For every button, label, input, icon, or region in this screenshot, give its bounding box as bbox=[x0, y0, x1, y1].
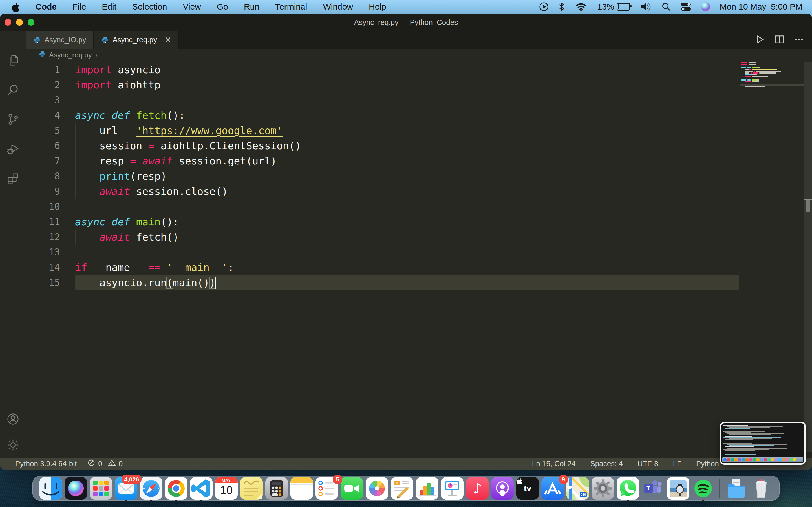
more-actions-icon[interactable] bbox=[794, 34, 805, 46]
tab-async-req-py[interactable]: Async_req.py✕ bbox=[94, 31, 179, 49]
menu-item-file[interactable]: File bbox=[72, 2, 86, 11]
code-line-14: 14if __name__ == '__main__': bbox=[26, 260, 812, 275]
dock-chrome-icon[interactable] bbox=[165, 477, 188, 500]
menu-item-terminal[interactable]: Terminal bbox=[275, 2, 307, 11]
bluetooth-icon[interactable] bbox=[558, 1, 565, 12]
desktop-wallpaper: CodeFileEditSelectionViewGoRunTerminalWi… bbox=[0, 0, 812, 507]
dock-whatsapp-icon[interactable] bbox=[617, 477, 639, 500]
volume-icon[interactable] bbox=[640, 2, 652, 12]
status-lf[interactable]: LF bbox=[673, 459, 681, 468]
window-titlebar[interactable]: Async_req.py — Python_Codes bbox=[0, 13, 812, 31]
line-number: 2 bbox=[26, 77, 75, 93]
apple-menu-icon[interactable] bbox=[11, 2, 20, 12]
zoom-window-button[interactable] bbox=[28, 19, 35, 25]
dock-siri-icon[interactable] bbox=[64, 477, 87, 500]
dock-preview-icon[interactable] bbox=[667, 477, 689, 500]
dock-safari-icon[interactable] bbox=[140, 477, 162, 500]
problems-status[interactable]: 0 0 bbox=[87, 459, 123, 469]
menu-item-run[interactable]: Run bbox=[244, 2, 259, 11]
menu-item-go[interactable]: Go bbox=[217, 2, 228, 11]
close-tab-icon[interactable]: ✕ bbox=[165, 36, 171, 44]
run-file-icon[interactable] bbox=[754, 34, 765, 46]
status-ln-15-col-24[interactable]: Ln 15, Col 24 bbox=[532, 459, 576, 468]
menu-item-selection[interactable]: Selection bbox=[132, 2, 167, 11]
menu-bar-clock[interactable]: Mon 10 May 5:00 PM bbox=[720, 2, 802, 11]
dock-music-icon[interactable]: ♪ bbox=[466, 477, 489, 500]
dock-keynote-icon[interactable] bbox=[441, 477, 463, 500]
breadcrumb-more[interactable]: ... bbox=[101, 51, 107, 59]
control-center-icon[interactable] bbox=[680, 2, 692, 12]
dock-notes-icon[interactable] bbox=[290, 477, 313, 500]
minimap[interactable] bbox=[740, 61, 777, 458]
dock-photos-icon[interactable] bbox=[366, 477, 388, 500]
code-editor[interactable]: 1import asyncio2import aiohttp34async de… bbox=[26, 61, 812, 458]
battery-indicator[interactable]: 13% bbox=[597, 2, 630, 11]
dock-facetime-icon[interactable] bbox=[341, 477, 363, 500]
run-debug-icon[interactable] bbox=[6, 142, 20, 157]
dock-folder-icon[interactable] bbox=[725, 477, 748, 500]
battery-percent: 13% bbox=[597, 2, 614, 11]
menu-item-help[interactable]: Help bbox=[369, 2, 386, 11]
siri-icon[interactable] bbox=[701, 2, 710, 11]
dock-tv-icon[interactable]: tv bbox=[516, 477, 539, 500]
status-bar: Python 3.9.4 64-bit 0 0 Ln 15, Col 24Spa… bbox=[0, 458, 812, 470]
split-editor-icon[interactable] bbox=[774, 34, 785, 46]
scrollbar-marker-stem bbox=[806, 200, 810, 212]
dock-pages-icon[interactable] bbox=[391, 477, 413, 500]
dock-vscode-icon[interactable] bbox=[190, 477, 213, 500]
notification-badge: 5 bbox=[333, 474, 342, 484]
dock-trash-icon[interactable] bbox=[750, 477, 772, 500]
dock-calendar-icon[interactable]: MAY10 bbox=[215, 477, 238, 500]
dock-spotify-icon[interactable] bbox=[692, 477, 714, 500]
source-control-icon[interactable] bbox=[6, 113, 20, 127]
dock-calculator-icon[interactable] bbox=[265, 477, 288, 500]
menu-item-edit[interactable]: Edit bbox=[102, 2, 116, 11]
activity-bar bbox=[0, 31, 26, 458]
breadcrumb-file[interactable]: Async_req.py bbox=[49, 51, 92, 59]
code-line-10: 10 bbox=[26, 199, 812, 214]
search-icon[interactable] bbox=[6, 83, 20, 98]
window-title: Async_req.py — Python_Codes bbox=[0, 18, 812, 27]
account-icon[interactable] bbox=[6, 413, 19, 427]
status-utf-8[interactable]: UTF-8 bbox=[638, 459, 658, 468]
settings-gear-icon[interactable] bbox=[6, 439, 19, 453]
dock-mail-icon[interactable]: 4,026 bbox=[115, 477, 137, 500]
line-number: 4 bbox=[26, 108, 75, 123]
dock-stickies-icon[interactable] bbox=[240, 477, 263, 500]
tab-async-io-py[interactable]: Async_IO.py bbox=[26, 31, 94, 49]
play-circle-icon[interactable] bbox=[539, 2, 549, 11]
explorer-icon[interactable] bbox=[6, 54, 20, 68]
breadcrumb[interactable]: Async_req.py › ... bbox=[26, 49, 812, 61]
dock: 4,026 MAY10 5 ♪ tv 9 280 T bbox=[33, 476, 779, 501]
dock-reminders-icon[interactable]: 5 bbox=[315, 477, 338, 500]
dock-launchpad-icon[interactable] bbox=[90, 477, 112, 500]
dock-maps-icon[interactable]: 280 bbox=[566, 477, 589, 500]
menu-item-view[interactable]: View bbox=[183, 2, 201, 11]
dock-numbers-icon[interactable] bbox=[416, 477, 439, 500]
menu-item-code[interactable]: Code bbox=[36, 2, 57, 11]
spotlight-search-icon[interactable] bbox=[662, 2, 671, 11]
line-text: await session.close() bbox=[75, 184, 228, 199]
editor-scrollbar[interactable] bbox=[804, 62, 812, 452]
code-line-9: 9 await session.close() bbox=[26, 184, 812, 199]
minimize-window-button[interactable] bbox=[16, 19, 23, 25]
dock-podcasts-icon[interactable] bbox=[491, 477, 514, 500]
screen-thumbnail-pip[interactable] bbox=[720, 422, 806, 465]
status-spaces-4[interactable]: Spaces: 4 bbox=[590, 459, 623, 468]
python-interpreter-status[interactable]: Python 3.9.4 64-bit bbox=[15, 459, 77, 468]
dock-finder-icon[interactable] bbox=[40, 477, 62, 500]
wifi-icon[interactable] bbox=[574, 2, 588, 11]
extensions-icon[interactable] bbox=[6, 172, 20, 186]
dock-prefs-icon[interactable] bbox=[592, 477, 614, 500]
menu-bar-left: CodeFileEditSelectionViewGoRunTerminalWi… bbox=[11, 2, 386, 12]
line-text: resp = await session.get(url) bbox=[75, 154, 276, 169]
dock-teams-icon[interactable]: T bbox=[642, 477, 664, 500]
close-window-button[interactable] bbox=[4, 19, 11, 25]
menu-item-window[interactable]: Window bbox=[323, 2, 353, 11]
status-python[interactable]: Python bbox=[696, 459, 719, 468]
line-number: 15 bbox=[26, 275, 75, 290]
line-number: 11 bbox=[26, 214, 75, 230]
code-line-4: 4async def fetch(): bbox=[26, 108, 812, 123]
dock-appstore-icon[interactable]: 9 bbox=[541, 477, 564, 500]
python-file-icon bbox=[39, 51, 46, 59]
